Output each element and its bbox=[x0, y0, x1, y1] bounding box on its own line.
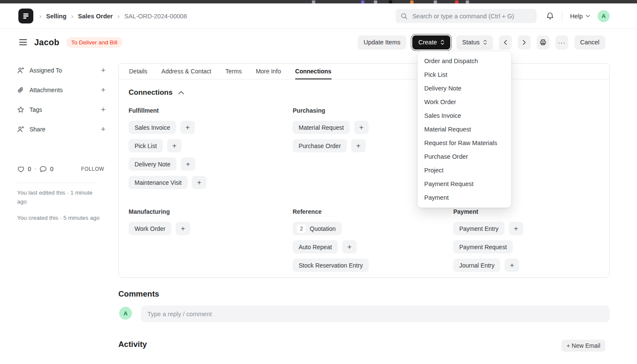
tab-connections[interactable]: Connections bbox=[295, 64, 332, 79]
create-menu-item-sales-invoice[interactable]: Sales Invoice bbox=[418, 109, 511, 122]
connection-link-material-request[interactable]: Material Request bbox=[293, 121, 350, 134]
connection-label: Purchase Order bbox=[299, 143, 341, 149]
add-material-request-button[interactable]: + bbox=[354, 121, 369, 134]
heart-icon[interactable] bbox=[17, 166, 25, 173]
connection-label: Auto Repeat bbox=[299, 244, 332, 250]
connections-section-title: Connections bbox=[129, 88, 173, 97]
sidebar-item-label[interactable]: Attachments bbox=[29, 87, 63, 93]
sidebar-item-share: Share+ bbox=[17, 119, 107, 139]
print-button[interactable] bbox=[537, 35, 549, 50]
connection-label: Quotation bbox=[310, 225, 336, 232]
connection-row-work-order: Work Order+ bbox=[129, 222, 293, 235]
connection-link-journal-entry[interactable]: Journal Entry bbox=[453, 259, 500, 272]
group-title: Payment bbox=[453, 208, 599, 215]
connection-link-pick-list[interactable]: Pick List bbox=[129, 139, 163, 152]
connection-link-stock-reservation-entry[interactable]: Stock Reservation Entry bbox=[293, 259, 369, 272]
group-title: Reference bbox=[293, 208, 453, 215]
create-menu-item-pick-list[interactable]: Pick List bbox=[418, 68, 511, 82]
add-assigned-to-button[interactable]: + bbox=[100, 66, 107, 75]
create-menu-item-project[interactable]: Project bbox=[418, 163, 511, 177]
comment-input[interactable] bbox=[141, 306, 610, 322]
breadcrumb-separator: › bbox=[39, 12, 41, 20]
notification-bell-icon[interactable] bbox=[546, 12, 554, 20]
erpnext-logo-icon[interactable] bbox=[18, 9, 33, 23]
sidebar-toggle-icon[interactable] bbox=[19, 39, 27, 45]
global-search[interactable] bbox=[396, 9, 537, 23]
status-button-label: Status bbox=[462, 39, 480, 46]
star-icon bbox=[17, 106, 25, 113]
create-menu-item-work-order[interactable]: Work Order bbox=[418, 95, 511, 109]
chevron-up-icon[interactable] bbox=[178, 91, 184, 95]
browser-favicon bbox=[434, 0, 437, 3]
comment-bubble-icon[interactable] bbox=[39, 166, 47, 173]
search-input[interactable] bbox=[411, 12, 531, 20]
connection-link-work-order[interactable]: Work Order bbox=[129, 222, 171, 235]
add-attachments-button[interactable]: + bbox=[100, 85, 107, 95]
create-menu-item-material-request[interactable]: Material Request bbox=[418, 122, 511, 136]
tab-address-contact[interactable]: Address & Contact bbox=[161, 64, 211, 79]
add-tags-button[interactable]: + bbox=[100, 105, 107, 114]
connection-link-quotation[interactable]: 2Quotation bbox=[293, 222, 342, 235]
create-menu-item-purchase-order[interactable]: Purchase Order bbox=[418, 150, 511, 163]
help-menu[interactable]: Help bbox=[570, 13, 590, 20]
tab-more-info[interactable]: More Info bbox=[256, 64, 281, 79]
connection-link-purchase-order[interactable]: Purchase Order bbox=[293, 139, 347, 152]
cancel-button[interactable]: Cancel bbox=[574, 35, 605, 50]
add-share-button[interactable]: + bbox=[100, 125, 107, 134]
create-menu-item-order-and-dispatch[interactable]: Order and Dispatch bbox=[418, 54, 511, 68]
connection-link-delivery-note[interactable]: Delivery Note bbox=[129, 157, 176, 171]
create-menu-item-payment-request[interactable]: Payment Request bbox=[418, 177, 511, 191]
browser-favicon bbox=[374, 0, 377, 3]
status-button[interactable]: Status bbox=[456, 35, 493, 50]
group-title: Fulfillment bbox=[129, 107, 293, 114]
app-window: ›Selling›Sales Order›SAL-ORD-2024-00008 … bbox=[0, 0, 637, 364]
user-avatar[interactable]: A bbox=[598, 10, 610, 22]
breadcrumb-item-selling[interactable]: Selling bbox=[46, 13, 67, 20]
connection-link-auto-repeat[interactable]: Auto Repeat bbox=[293, 240, 338, 253]
search-icon bbox=[401, 13, 408, 20]
head-actions: Update Items Create Status bbox=[358, 35, 605, 50]
connection-row-quotation: 2Quotation bbox=[293, 222, 453, 235]
create-menu-item-delivery-note[interactable]: Delivery Note bbox=[418, 82, 511, 95]
breadcrumb-item-sal-ord-2024-00008[interactable]: SAL-ORD-2024-00008 bbox=[124, 13, 187, 20]
tab-details[interactable]: Details bbox=[129, 64, 147, 79]
sidebar-item-attachments: Attachments+ bbox=[17, 80, 107, 100]
status-badge: To Deliver and Bill bbox=[66, 37, 123, 48]
connection-row-delivery-note: Delivery Note+ bbox=[129, 157, 293, 171]
next-document-button[interactable] bbox=[518, 35, 531, 50]
add-journal-entry-button[interactable]: + bbox=[505, 259, 519, 272]
connection-row-sales-invoice: Sales Invoice+ bbox=[129, 121, 293, 134]
connection-link-sales-invoice[interactable]: Sales Invoice bbox=[129, 121, 176, 134]
follow-button[interactable]: FOLLOW bbox=[79, 166, 107, 172]
group-title: Manufacturing bbox=[129, 208, 293, 215]
create-menu-item-request-for-raw-materials[interactable]: Request for Raw Materials bbox=[418, 136, 511, 150]
connection-link-payment-request[interactable]: Payment Request bbox=[453, 240, 513, 253]
add-work-order-button[interactable]: + bbox=[176, 222, 190, 235]
comments-title: Comments bbox=[118, 289, 159, 299]
add-delivery-note-button[interactable]: + bbox=[181, 157, 195, 171]
more-options-button[interactable]: ··· bbox=[555, 35, 568, 50]
connection-label: Maintenance Visit bbox=[135, 179, 182, 186]
breadcrumb-item-sales-order[interactable]: Sales Order bbox=[78, 13, 113, 20]
connection-label: Journal Entry bbox=[459, 262, 494, 269]
sidebar-item-label[interactable]: Assigned To bbox=[29, 67, 62, 74]
sidebar-item-label[interactable]: Tags bbox=[29, 106, 42, 113]
sidebar-item-label[interactable]: Share bbox=[29, 126, 45, 133]
tab-terms[interactable]: Terms bbox=[226, 64, 242, 79]
add-auto-repeat-button[interactable]: + bbox=[342, 240, 357, 253]
connections-group-manufacturing: ManufacturingWork Order+ bbox=[129, 208, 293, 277]
update-items-button[interactable]: Update Items bbox=[358, 35, 406, 50]
add-maintenance-visit-button[interactable]: + bbox=[192, 176, 206, 189]
create-button[interactable]: Create bbox=[412, 35, 450, 50]
create-menu-item-payment[interactable]: Payment bbox=[418, 191, 511, 204]
connection-link-payment-entry[interactable]: Payment Entry bbox=[453, 222, 505, 235]
last-edited-text: You last edited this · 1 minute ago bbox=[17, 188, 101, 206]
add-sales-invoice-button[interactable]: + bbox=[180, 121, 195, 134]
connection-label: Stock Reservation Entry bbox=[299, 262, 363, 269]
connection-link-maintenance-visit[interactable]: Maintenance Visit bbox=[129, 176, 188, 189]
new-email-button[interactable]: + New Email bbox=[561, 340, 605, 352]
add-payment-entry-button[interactable]: + bbox=[509, 222, 523, 235]
add-purchase-order-button[interactable]: + bbox=[351, 139, 366, 152]
previous-document-button[interactable] bbox=[499, 35, 512, 50]
add-pick-list-button[interactable]: + bbox=[167, 139, 182, 152]
